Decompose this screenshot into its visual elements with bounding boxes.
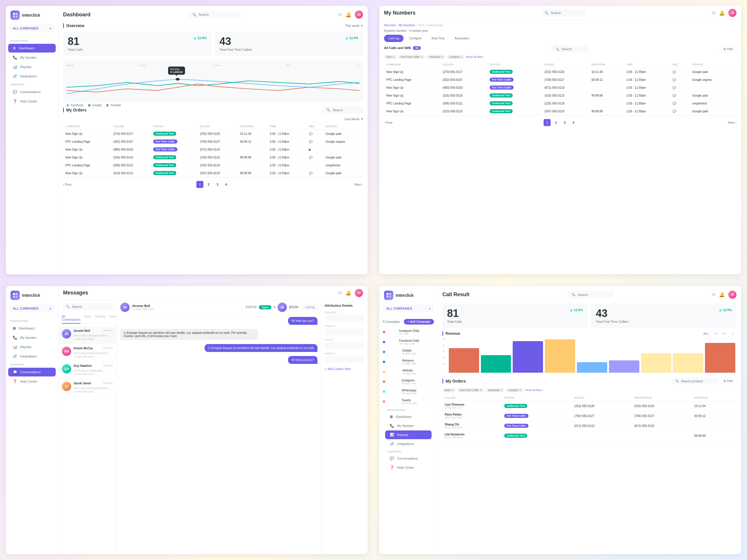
table-row[interactable]: PPC Landing Page (302) 555-0107 Fist Tim… xyxy=(384,76,737,84)
table-row[interactable]: Paris Parker (302) 555-0107 Fist Time Ca… xyxy=(442,411,737,421)
table-row[interactable]: New Sign Up (480) 555-0103 Fist Time Cal… xyxy=(63,146,363,153)
time-filter-all[interactable]: ALL xyxy=(701,331,710,336)
compose-icon[interactable]: ✉ xyxy=(338,12,342,18)
attr-source-input[interactable] xyxy=(325,342,364,349)
sidebar-item-help-center[interactable]: ❓ Help Center xyxy=(385,463,432,472)
page-2[interactable]: 2 xyxy=(205,181,212,188)
filter-button[interactable]: ⊞ Filter xyxy=(720,378,737,384)
add-campaign-button[interactable]: + Add Campaign xyxy=(404,319,434,325)
menu-icon[interactable]: ··· xyxy=(431,380,434,384)
table-row[interactable]: New Sign Up (480) 555-0103 Fist Time Cal… xyxy=(384,84,737,92)
compose-icon[interactable]: ✉ xyxy=(712,292,716,297)
call-result-search-input[interactable] xyxy=(578,293,610,297)
conv-tab-pending[interactable]: Pending xyxy=(95,313,105,324)
tab-call-log[interactable]: Call Log xyxy=(384,35,404,42)
table-row[interactable]: New Sign Up (319) 555-0115 Outbound Text… xyxy=(384,107,737,115)
campaign-item-website[interactable]: Website 2 total Calls ··· xyxy=(383,367,434,377)
compose-icon[interactable]: ✉ xyxy=(712,10,716,16)
sidebar-item-conversations[interactable]: 💬 Conversations xyxy=(385,454,432,463)
sidebar-item-my-number[interactable]: 📞 My Number xyxy=(385,422,432,430)
message-item-jacob[interactable]: JJ Jacob Jones Yesterday amet nulla male… xyxy=(58,379,117,396)
page-1[interactable]: 1 xyxy=(197,181,203,188)
filter-tag-location[interactable]: Location × xyxy=(506,388,523,392)
orders-search-input[interactable] xyxy=(681,379,714,383)
attr-keyword-input[interactable] xyxy=(325,329,364,335)
close-icon[interactable]: × xyxy=(480,389,482,391)
tab-real-time[interactable]: Real Time xyxy=(427,35,449,42)
menu-icon[interactable]: ··· xyxy=(431,389,434,394)
filter-tag-firsttime[interactable]: First Time Caller × xyxy=(398,55,425,59)
message-item-guy[interactable]: GH Guy Hawkins Yesterday Lorem ipsum mal… xyxy=(58,361,117,379)
sidebar-item-my-number[interactable]: 📞 My Number xyxy=(8,53,56,62)
tab-configure[interactable]: Configure xyxy=(405,35,426,42)
close-icon[interactable]: × xyxy=(500,389,502,391)
close-icon[interactable]: × xyxy=(393,55,394,58)
table-row[interactable]: New Sign Up (316) 555-0116 Outbound Text… xyxy=(63,153,363,161)
messages-search-input[interactable] xyxy=(72,305,110,308)
table-row[interactable]: Liza Thomson (255) 555-0117 Outbound Tex… xyxy=(442,401,737,411)
messages-search[interactable]: 🔍 xyxy=(62,303,114,310)
bell-icon[interactable]: 🔔 xyxy=(719,292,725,297)
campaign-item-whatsapp[interactable]: Whatsappp All total Calls ··· xyxy=(383,387,434,397)
time-filter-6m[interactable]: 6M xyxy=(721,331,728,336)
next-button[interactable]: Next › xyxy=(728,121,737,124)
sidebar-item-help-center[interactable]: ❓ Help Center xyxy=(8,97,56,106)
sidebar-item-reports[interactable]: 📊 Reports xyxy=(8,62,56,71)
table-row[interactable]: New Sign Up (316) 555-0116 Outbound Text… xyxy=(384,92,737,100)
sidebar-item-conversations[interactable]: 💬 Conversations xyxy=(8,368,56,377)
close-icon[interactable]: × xyxy=(519,389,521,391)
menu-icon[interactable]: ··· xyxy=(431,360,434,364)
campaign-item-instagram-daily[interactable]: Instagram Daily All Calls ··· xyxy=(383,327,434,337)
conv-tab-closed[interactable]: Closed xyxy=(109,313,117,324)
bell-icon[interactable]: 🔔 xyxy=(345,290,351,296)
search-box[interactable]: 🔍 xyxy=(188,11,241,18)
time-filter-1m[interactable]: 1M xyxy=(712,331,719,336)
filter-tag-solo[interactable]: Solo × xyxy=(384,55,396,59)
my-numbers-search[interactable]: 🔍 xyxy=(540,9,587,17)
table-row[interactable]: New Sign Up (270) 555-0117 Outbound Text… xyxy=(384,68,737,76)
prev-button[interactable]: ‹ Prev xyxy=(384,121,392,124)
table-row[interactable]: New Sign Up (270) 555-0117 Outbound Text… xyxy=(63,130,363,138)
table-row[interactable]: PPC Landing Page (308) 555-0121 Outbound… xyxy=(384,100,737,107)
menu-icon[interactable]: ··· xyxy=(431,350,434,354)
filter-tag-location[interactable]: Location × xyxy=(447,55,464,59)
page-1[interactable]: 1 xyxy=(544,119,550,126)
page-3[interactable]: 3 xyxy=(214,181,221,188)
close-icon[interactable]: × xyxy=(460,55,462,58)
sidebar-item-integrations[interactable]: 🔗 Integrations xyxy=(8,352,56,361)
filter-tag-book[interactable]: Book × xyxy=(442,388,456,392)
time-filter-1y[interactable]: 1Y xyxy=(730,331,737,336)
sidebar-item-reports[interactable]: 📊 Reports xyxy=(385,430,432,439)
sidebar-item-integrations[interactable]: 🔗 Integrations xyxy=(385,439,432,448)
sidebar-item-dashboard[interactable]: ⊞ Dashboard xyxy=(8,44,56,53)
sidebar-item-help-center[interactable]: ❓ Help Center xyxy=(8,377,56,386)
avatar[interactable]: JD xyxy=(728,9,737,17)
table-row[interactable]: Lila Sissarson (319) 555-0115 Outbound T… xyxy=(442,431,737,441)
conv-tab-all[interactable]: All Conversations xyxy=(62,313,80,324)
orders-search[interactable]: 🔍 xyxy=(322,106,363,113)
avatar[interactable]: JD xyxy=(728,291,737,299)
table-search-input[interactable] xyxy=(561,47,585,51)
message-item-jerome[interactable]: JB Jerome Bell Yesterday amet nulla male… xyxy=(58,326,117,344)
menu-icon[interactable]: ··· xyxy=(431,400,434,404)
filter-tag-firsttime[interactable]: First Time Caller × xyxy=(458,388,484,392)
campaign-item-instagram[interactable]: Instagram All total Calls ··· xyxy=(383,377,434,387)
sidebar-item-reports[interactable]: 📊 Reports xyxy=(8,342,56,351)
orders-search-input[interactable] xyxy=(333,108,359,112)
page-4[interactable]: 4 xyxy=(223,181,230,188)
company-selector[interactable]: ALL COMPANIES ▾ xyxy=(9,25,55,32)
table-row[interactable]: Shang Chi (480) 555-0103 Fist Time Calle… xyxy=(442,421,737,431)
page-2[interactable]: 2 xyxy=(552,119,559,126)
prev-button[interactable]: ‹ Prev xyxy=(63,183,72,186)
attr-keyword2-input[interactable] xyxy=(325,356,364,363)
bell-icon[interactable]: 🔔 xyxy=(719,10,725,16)
next-button[interactable]: Next › xyxy=(355,183,363,186)
conv-tab-open[interactable]: Open xyxy=(84,313,91,324)
breadcrumb-my-numbers[interactable]: My Numbers xyxy=(398,24,415,27)
add-custom-note-button[interactable]: + Add Custom Note xyxy=(325,366,351,372)
search-input[interactable] xyxy=(199,13,237,16)
message-item-arlene[interactable]: AM Arlene McCoy Yesterday amet nulla mal… xyxy=(58,344,117,361)
company-selector[interactable]: ALL COMPANIES ▾ xyxy=(9,305,55,312)
orders-period[interactable]: Last Week ▾ xyxy=(344,117,363,121)
menu-icon[interactable]: ··· xyxy=(431,370,434,374)
